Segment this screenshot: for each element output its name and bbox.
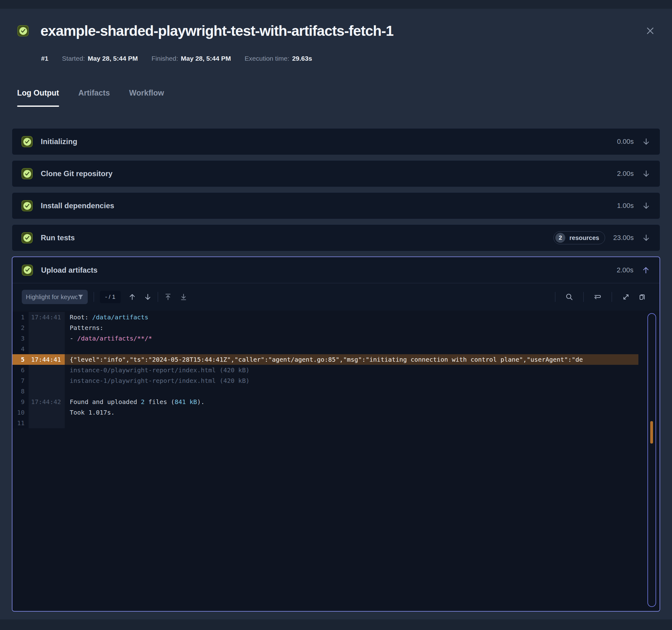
log-line-number: 1 xyxy=(13,312,29,323)
finished-value: May 28, 5:44 PM xyxy=(181,55,231,62)
log-line-number: 4 xyxy=(13,344,29,354)
expand-step-icon[interactable] xyxy=(642,233,650,242)
keyword-highlight-input[interactable] xyxy=(26,294,77,301)
wrap-lines-icon[interactable] xyxy=(594,293,602,301)
log-segment: /data/artifacts/**/* xyxy=(77,334,152,342)
step-row-run-tests[interactable]: Run tests 2 resources 23.00s xyxy=(12,225,660,251)
expand-step-icon[interactable] xyxy=(642,169,650,178)
log-line-timestamp xyxy=(29,344,65,354)
keyword-highlight-box[interactable] xyxy=(22,290,88,304)
step-row-upload-artifacts[interactable]: Upload artifacts 2.00s xyxy=(13,257,659,283)
log-lines: 117:44:41Root: /data/artifacts2Patterns:… xyxy=(13,312,659,428)
log-line-number: 7 xyxy=(13,375,29,386)
log-line-timestamp xyxy=(29,418,65,428)
toolbar-divider xyxy=(583,292,584,302)
toolbar-divider xyxy=(555,292,555,302)
log-line-text: - /data/artifacts/**/* xyxy=(65,333,152,344)
log-line[interactable]: 7instance-1/playwright-report/index.html… xyxy=(13,375,659,386)
log-line-text xyxy=(65,386,70,397)
started-value: May 28, 5:44 PM xyxy=(88,55,138,62)
step-duration: 23.00s xyxy=(613,234,634,242)
search-icon[interactable] xyxy=(565,293,573,301)
check-circle xyxy=(19,27,27,35)
toolbar-divider xyxy=(611,292,612,302)
step-label: Clone Git repository xyxy=(41,169,113,178)
resources-label: resources xyxy=(569,234,599,241)
success-check-icon xyxy=(18,25,29,37)
expand-fullscreen-icon[interactable] xyxy=(622,293,630,301)
resources-count: 2 xyxy=(555,233,565,243)
log-scrollbar-marker[interactable] xyxy=(650,421,653,444)
expand-step-icon[interactable] xyxy=(642,202,650,210)
step-label: Run tests xyxy=(41,233,75,242)
log-line-text: instance-1/playwright-report/index.html … xyxy=(65,375,249,386)
previous-match-icon[interactable] xyxy=(128,293,136,301)
scroll-to-bottom-icon[interactable] xyxy=(179,293,188,301)
log-segment: ). xyxy=(197,398,205,405)
match-counter: - / 1 xyxy=(100,291,121,303)
log-segment: Patterns: xyxy=(70,324,103,331)
tab-log-output[interactable]: Log Output xyxy=(17,88,59,107)
log-line-text xyxy=(65,344,70,354)
log-output-area[interactable]: 117:44:41Root: /data/artifacts2Patterns:… xyxy=(13,311,659,610)
next-match-icon[interactable] xyxy=(144,293,152,301)
log-line[interactable]: 6instance-0/playwright-report/index.html… xyxy=(13,365,659,375)
resources-badge[interactable]: 2 resources xyxy=(553,231,605,244)
toolbar-divider xyxy=(94,292,94,302)
log-line-number: 11 xyxy=(13,418,29,428)
log-segment: Found and uploaded xyxy=(70,398,141,405)
log-line-text: instance-0/playwright-report/index.html … xyxy=(65,365,249,375)
log-line-timestamp xyxy=(29,365,65,375)
started-label: Started: xyxy=(62,55,85,62)
log-segment: 2 xyxy=(141,398,145,405)
step-duration: 2.00s xyxy=(617,266,633,274)
log-line-number: 6 xyxy=(13,365,29,375)
log-line[interactable]: 2Patterns: xyxy=(13,323,659,333)
log-line[interactable]: 117:44:41Root: /data/artifacts xyxy=(13,312,659,323)
close-icon[interactable] xyxy=(644,25,656,37)
success-check-icon xyxy=(22,264,33,276)
collapse-step-icon[interactable] xyxy=(642,266,650,275)
log-segment: /data/artifacts xyxy=(92,313,148,321)
expand-step-icon[interactable] xyxy=(642,137,650,146)
finished-label: Finished: xyxy=(151,55,178,62)
started-group: Started: May 28, 5:44 PM xyxy=(62,55,138,62)
log-line-number: 8 xyxy=(13,386,29,397)
tab-workflow[interactable]: Workflow xyxy=(129,88,164,107)
step-label: Install dependencies xyxy=(41,202,114,210)
log-line[interactable]: 517:44:41{"level":"info","ts":"2024-05-2… xyxy=(13,354,659,365)
log-line[interactable]: 10Took 1.017s. xyxy=(13,407,659,418)
log-line-timestamp xyxy=(29,407,65,418)
log-scrollbar[interactable] xyxy=(647,313,656,607)
log-line-text xyxy=(65,418,70,428)
filter-icon xyxy=(77,294,84,300)
log-line-timestamp xyxy=(29,386,65,397)
step-duration: 0.00s xyxy=(617,138,634,146)
log-line[interactable]: 11 xyxy=(13,418,659,428)
step-label: Initializing xyxy=(41,137,77,146)
success-check-icon xyxy=(22,232,33,243)
log-line[interactable]: 8 xyxy=(13,386,659,397)
log-line-timestamp: 17:44:42 xyxy=(29,397,65,407)
step-row-install-dependencies[interactable]: Install dependencies 1.00s xyxy=(12,192,660,219)
tab-artifacts[interactable]: Artifacts xyxy=(78,88,110,107)
execution-time-label: Execution time: xyxy=(244,55,289,62)
log-line-number: 3 xyxy=(13,333,29,344)
log-segment: instance-0/playwright-report/index.html … xyxy=(70,366,249,374)
log-line-timestamp: 17:44:41 xyxy=(29,354,65,365)
step-row-initializing[interactable]: Initializing 0.00s xyxy=(12,128,660,155)
log-line-number: 9 xyxy=(13,397,29,407)
log-segment: 841 kB xyxy=(174,398,197,405)
log-segment: instance-1/playwright-report/index.html … xyxy=(70,377,249,384)
log-line[interactable]: 4 xyxy=(13,344,659,354)
log-line-timestamp xyxy=(29,375,65,386)
step-row-clone-git-repository[interactable]: Clone Git repository 2.00s xyxy=(12,160,660,187)
log-line[interactable]: 3- /data/artifacts/**/* xyxy=(13,333,659,344)
log-line[interactable]: 917:44:42Found and uploaded 2 files (841… xyxy=(13,397,659,407)
copy-log-icon[interactable] xyxy=(638,293,646,301)
success-check-icon xyxy=(22,136,33,147)
success-check-icon xyxy=(22,168,33,179)
log-line-text: {"level":"info","ts":"2024-05-28T15:44:4… xyxy=(65,354,639,365)
scroll-to-top-icon[interactable] xyxy=(164,293,172,301)
log-line-number: 10 xyxy=(13,407,29,418)
